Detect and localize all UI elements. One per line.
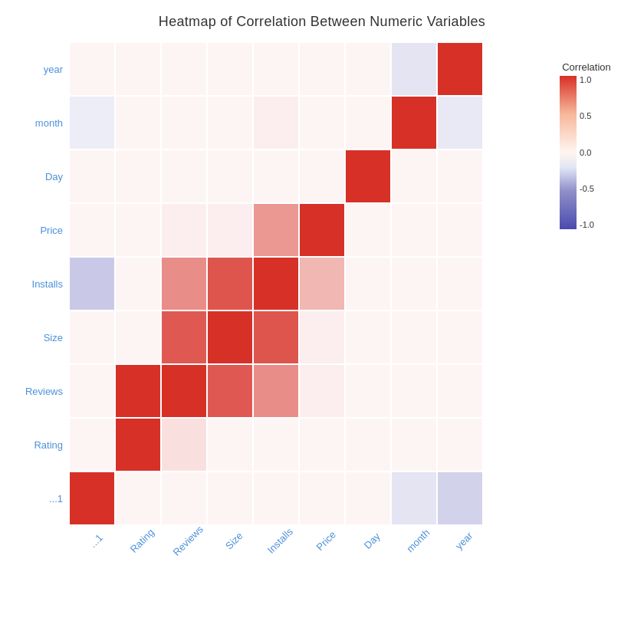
heatmap-cell xyxy=(69,364,115,418)
heatmap-cell xyxy=(299,364,345,418)
heatmap-cell xyxy=(161,42,207,96)
heatmap-cell xyxy=(207,257,253,310)
heatmap-cell xyxy=(437,203,483,257)
heatmap-cell xyxy=(299,42,345,96)
heatmap-cell xyxy=(69,150,115,203)
heatmap-cell xyxy=(253,472,299,525)
y-axis-label: month xyxy=(35,117,63,129)
y-axis-label: Day xyxy=(45,171,63,182)
heatmap-cell xyxy=(161,418,207,472)
heatmap-cell xyxy=(115,310,161,364)
heatmap-cell xyxy=(115,203,161,257)
heatmap-cell xyxy=(391,96,437,150)
heatmap-cell xyxy=(115,42,161,96)
legend-tick-label: -0.5 xyxy=(580,185,594,193)
heatmap-cell xyxy=(207,42,253,96)
heatmap-cell xyxy=(207,472,253,525)
heatmap-cell xyxy=(391,472,437,525)
heatmap-cell xyxy=(299,96,345,150)
heatmap-cell xyxy=(253,418,299,472)
x-axis-label: Reviews xyxy=(171,524,205,558)
heatmap-cell xyxy=(253,257,299,310)
heatmap-cell xyxy=(345,150,391,203)
heatmap-cell xyxy=(253,96,299,150)
heatmap-cell xyxy=(207,418,253,472)
chart-title: Heatmap of Correlation Between Numeric V… xyxy=(0,0,644,30)
legend: Correlation 1.00.50.0-0.5-1.0 xyxy=(552,61,621,229)
heatmap-cell xyxy=(345,310,391,364)
heatmap-cell xyxy=(161,472,207,525)
heatmap-cell xyxy=(299,203,345,257)
heatmap-cell xyxy=(391,364,437,418)
y-axis-label: Price xyxy=(40,225,63,236)
heatmap-cell xyxy=(391,418,437,472)
heatmap-cell xyxy=(207,364,253,418)
heatmap-cell xyxy=(69,42,115,96)
heatmap-cell xyxy=(345,203,391,257)
heatmap-grid xyxy=(69,42,483,525)
y-axis-label: Reviews xyxy=(25,386,63,397)
legend-gradient xyxy=(560,76,577,229)
heatmap-cell xyxy=(299,150,345,203)
x-axis-label: ...1 xyxy=(87,532,105,550)
heatmap-area: yearmonthDayPriceInstallsSizeReviewsRati… xyxy=(69,42,514,564)
heatmap-cell xyxy=(253,364,299,418)
heatmap-cell xyxy=(345,418,391,472)
heatmap-cell xyxy=(207,310,253,364)
heatmap-cell xyxy=(299,257,345,310)
heatmap-cell xyxy=(69,96,115,150)
legend-tick-label: 0.0 xyxy=(580,149,594,157)
heatmap-cell xyxy=(207,203,253,257)
heatmap-cell xyxy=(207,150,253,203)
heatmap-cell xyxy=(69,418,115,472)
heatmap-cell xyxy=(299,310,345,364)
legend-tick-label: 1.0 xyxy=(580,76,594,84)
y-axis-label: ...1 xyxy=(49,493,63,504)
heatmap-cell xyxy=(391,42,437,96)
heatmap-cell xyxy=(437,150,483,203)
chart-container: Heatmap of Correlation Between Numeric V… xyxy=(0,0,644,644)
heatmap-cell xyxy=(69,472,115,525)
heatmap-cell xyxy=(437,310,483,364)
heatmap-cell xyxy=(437,364,483,418)
heatmap-cell xyxy=(253,42,299,96)
heatmap-cell xyxy=(437,418,483,472)
heatmap-cell xyxy=(299,418,345,472)
heatmap-cell xyxy=(253,150,299,203)
heatmap-cell xyxy=(115,257,161,310)
heatmap-cell xyxy=(437,472,483,525)
x-axis-label: Day xyxy=(362,531,383,551)
heatmap-cell xyxy=(391,310,437,364)
x-axis-label: Size xyxy=(223,530,245,551)
heatmap-cell xyxy=(391,257,437,310)
heatmap-cell xyxy=(391,203,437,257)
heatmap-cell xyxy=(161,257,207,310)
heatmap-cell xyxy=(115,364,161,418)
heatmap-cell xyxy=(437,42,483,96)
heatmap-cell xyxy=(345,257,391,310)
heatmap-cell xyxy=(69,257,115,310)
heatmap-cell xyxy=(115,96,161,150)
y-axis-label: Installs xyxy=(32,278,63,290)
x-axis-label: month xyxy=(404,527,432,554)
heatmap-cell xyxy=(161,203,207,257)
x-axis-label: Installs xyxy=(265,526,295,556)
heatmap-cell xyxy=(69,203,115,257)
heatmap-cell xyxy=(253,203,299,257)
heatmap-cell xyxy=(437,257,483,310)
y-axis-label: Rating xyxy=(34,439,63,451)
y-axis-label: year xyxy=(44,64,63,75)
legend-tick-labels: 1.00.50.0-0.5-1.0 xyxy=(577,76,594,229)
heatmap-cell xyxy=(345,364,391,418)
heatmap-cell xyxy=(115,472,161,525)
legend-title: Correlation xyxy=(552,61,621,73)
heatmap-cell xyxy=(207,96,253,150)
x-axis-labels: ...1RatingReviewsSizeInstallsPriceDaymon… xyxy=(69,533,483,610)
heatmap-cell xyxy=(391,150,437,203)
legend-wrapper: 1.00.50.0-0.5-1.0 xyxy=(560,76,613,229)
heatmap-cell xyxy=(345,472,391,525)
x-axis-label: Price xyxy=(314,529,339,554)
heatmap-cell xyxy=(253,310,299,364)
heatmap-cell xyxy=(299,472,345,525)
heatmap-cell xyxy=(115,150,161,203)
